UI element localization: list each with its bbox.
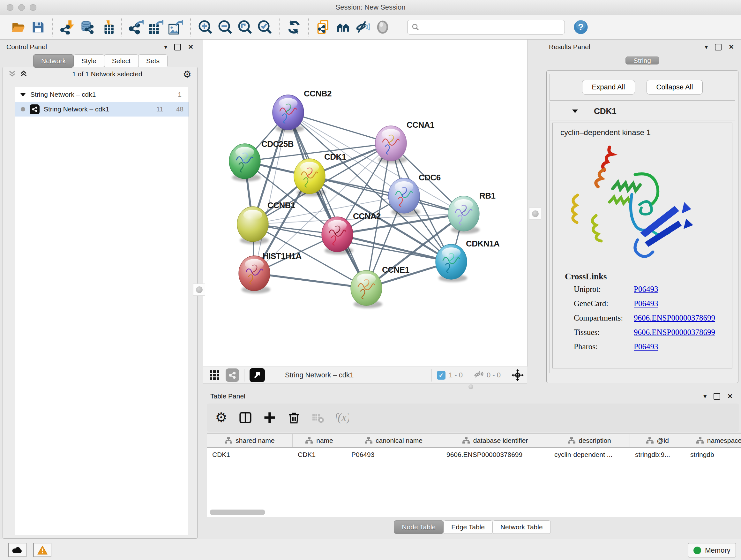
create-column-icon xyxy=(263,411,276,424)
delete-columns-button[interactable] xyxy=(287,411,300,424)
zoom-out-button[interactable] xyxy=(217,18,233,36)
show-all-button[interactable] xyxy=(374,18,391,36)
tab-string[interactable]: String xyxy=(625,57,659,64)
column-header-namespace[interactable]: namespace xyxy=(685,434,741,448)
column-header-canonical-name[interactable]: canonical name xyxy=(346,434,441,448)
tab-node-table[interactable]: Node Table xyxy=(394,520,444,534)
crosslink-link[interactable]: 9606.ENSP00000378699 xyxy=(634,328,715,337)
column-header-database-identifier[interactable]: database identifier xyxy=(441,434,549,448)
function-builder-icon: f(x) xyxy=(336,411,349,424)
results-panel-title: Results Panel xyxy=(549,43,590,51)
table-hscrollbar-thumb[interactable] xyxy=(210,509,265,515)
zoom-in-button[interactable] xyxy=(197,18,213,36)
birdseye-crosshair-button[interactable] xyxy=(511,369,524,381)
network-canvas[interactable]: CCNB2CCNA1CDC25BCDK1CDC6RB1CCNB1CCNA2CDK… xyxy=(203,40,528,367)
tab-style[interactable]: Style xyxy=(73,54,105,68)
tab-network-table[interactable]: Network Table xyxy=(492,520,551,534)
panel-menu-icon[interactable]: ▾ xyxy=(703,393,706,399)
toggle-columns-button[interactable] xyxy=(239,411,252,424)
network-node-HIST1H1A[interactable] xyxy=(239,256,270,294)
close-panel-icon[interactable]: ✕ xyxy=(727,393,733,399)
network-node-CCNB1[interactable] xyxy=(237,206,269,244)
import-database-icon xyxy=(80,20,94,35)
network-share-button[interactable] xyxy=(226,368,239,382)
close-panel-icon[interactable]: ✕ xyxy=(188,44,193,50)
delete-table-button[interactable] xyxy=(312,411,325,424)
memory-button[interactable]: Memory xyxy=(688,543,736,557)
network-node-CCNE1[interactable] xyxy=(351,270,382,308)
view-grid-button[interactable] xyxy=(209,370,220,381)
table-settings-button[interactable]: ⚙ xyxy=(214,411,228,424)
network-node-CCNA1[interactable] xyxy=(375,126,407,164)
tree-collapse-icon[interactable] xyxy=(20,93,26,97)
collapse-section-icon[interactable] xyxy=(572,110,578,113)
detach-view-button[interactable] xyxy=(250,368,265,382)
network-tree-child-row[interactable]: String Network – cdk1 11 48 xyxy=(15,102,189,117)
float-panel-icon[interactable] xyxy=(714,393,720,400)
network-node-RB1[interactable] xyxy=(448,196,480,234)
network-node-CDC25B[interactable] xyxy=(229,144,261,181)
column-type-icon xyxy=(306,437,313,444)
search-box[interactable] xyxy=(407,20,565,35)
table-row[interactable]: CDK1CDK1P064939606.ENSP00000378699cyclin… xyxy=(207,448,741,461)
apply-layout-button[interactable] xyxy=(286,18,302,36)
network-node-CDKN1A[interactable] xyxy=(435,244,467,282)
save-session-button[interactable] xyxy=(30,18,46,36)
search-input[interactable] xyxy=(420,21,564,34)
open-session-button[interactable] xyxy=(10,18,26,36)
help-button[interactable]: ? xyxy=(573,19,589,35)
column-header-shared-name[interactable]: shared name xyxy=(207,434,293,448)
export-network-button[interactable] xyxy=(128,18,145,36)
right-splitter-handle[interactable] xyxy=(529,207,541,220)
float-panel-icon[interactable] xyxy=(174,44,181,51)
crosslink-link[interactable]: P06493 xyxy=(634,299,658,308)
close-panel-icon[interactable]: ✕ xyxy=(729,44,734,50)
panel-menu-icon[interactable]: ▾ xyxy=(704,44,708,50)
float-panel-icon[interactable] xyxy=(715,44,722,51)
import-table-button[interactable] xyxy=(98,18,115,36)
crosslink-link[interactable]: P06493 xyxy=(634,285,658,294)
node-label-HIST1H1A: HIST1H1A xyxy=(263,251,301,261)
cloud-button[interactable] xyxy=(8,543,26,557)
selected-counts: 1 - 0 xyxy=(449,371,463,379)
left-splitter-handle[interactable] xyxy=(193,284,205,296)
import-database-button[interactable] xyxy=(79,18,95,36)
export-table-button[interactable] xyxy=(148,18,164,36)
collapse-all-icon[interactable] xyxy=(9,70,16,78)
new-network-from-selection-button[interactable] xyxy=(315,18,332,36)
network-node-CDC6[interactable] xyxy=(388,178,420,216)
crosslink-link[interactable]: P06493 xyxy=(634,342,658,351)
search-icon xyxy=(411,23,420,31)
import-network-button[interactable] xyxy=(59,18,76,36)
warning-icon xyxy=(37,545,48,555)
hide-selected-button[interactable] xyxy=(354,18,371,36)
tab-network[interactable]: Network xyxy=(33,54,74,68)
column-header-name[interactable]: name xyxy=(293,434,346,448)
tab-edge-table[interactable]: Edge Table xyxy=(443,520,493,534)
delete-columns-icon xyxy=(287,411,300,424)
expand-all-button[interactable]: Expand All xyxy=(582,80,635,95)
protein-section-header[interactable]: CDK1 xyxy=(550,102,735,120)
selected-nodes-checkbox[interactable]: ✓ xyxy=(437,371,446,380)
zoom-fit-button[interactable] xyxy=(237,18,253,36)
edge-count: 48 xyxy=(176,105,184,113)
warning-button[interactable] xyxy=(33,543,51,557)
network-node-CDK1[interactable] xyxy=(294,159,326,196)
first-neighbors-button[interactable] xyxy=(335,18,351,36)
network-node-CCNB2[interactable] xyxy=(273,95,304,132)
collapse-all-button[interactable]: Collapse All xyxy=(647,80,703,95)
tab-sets[interactable]: Sets xyxy=(138,54,167,68)
expand-all-icon[interactable] xyxy=(20,70,27,78)
crosslink-link[interactable]: 9606.ENSP00000378699 xyxy=(634,314,715,322)
function-builder-button[interactable]: f(x) xyxy=(336,411,349,424)
column-header-description[interactable]: description xyxy=(549,434,630,448)
tab-select[interactable]: Select xyxy=(104,54,138,68)
network-tree-root-row[interactable]: String Network – cdk1 1 xyxy=(15,87,189,102)
panel-menu-icon[interactable]: ▾ xyxy=(164,44,167,50)
zoom-selected-button[interactable] xyxy=(256,18,273,36)
network-node-CCNA2[interactable] xyxy=(322,217,353,254)
export-image-button[interactable] xyxy=(167,18,184,36)
gear-icon[interactable]: ⚙ xyxy=(183,69,192,80)
create-column-button[interactable] xyxy=(263,411,276,424)
column-header-@id[interactable]: @id xyxy=(630,434,685,448)
